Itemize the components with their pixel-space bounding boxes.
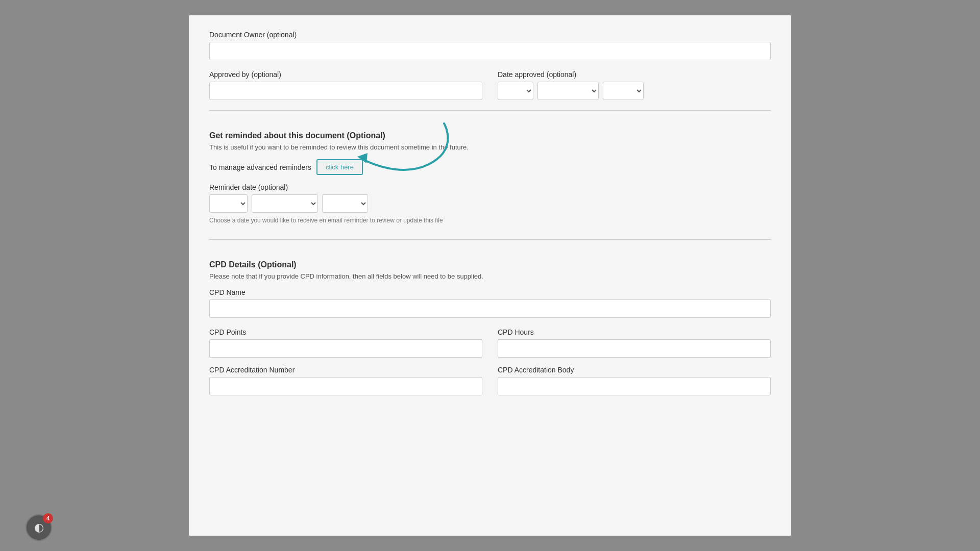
cpd-hours-group: CPD Hours xyxy=(498,328,771,358)
reminder-hint-text: Choose a date you would like to receive … xyxy=(209,217,771,224)
reminder-month-select[interactable] xyxy=(252,194,318,213)
advanced-reminder-text: To manage advanced reminders xyxy=(209,163,311,171)
cpd-name-input[interactable] xyxy=(209,299,771,318)
click-here-container: click here xyxy=(316,159,363,175)
reminder-day-select[interactable] xyxy=(209,194,248,213)
cpd-accreditation-row: CPD Accreditation Number CPD Accreditati… xyxy=(209,366,771,395)
cpd-hours-label: CPD Hours xyxy=(498,328,771,336)
approved-by-group: Approved by (optional) xyxy=(209,70,482,100)
reminder-title: Get reminded about this document (Option… xyxy=(209,131,771,140)
advanced-reminder-row: To manage advanced reminders click here xyxy=(209,159,771,175)
reminder-description: This is useful if you want to be reminde… xyxy=(209,143,771,151)
date-approved-month-select[interactable] xyxy=(537,82,599,100)
reminder-date-selects xyxy=(209,194,771,213)
date-approved-selects xyxy=(498,82,771,100)
approved-row: Approved by (optional) Date approved (op… xyxy=(209,70,771,100)
divider-1 xyxy=(209,110,771,111)
cpd-accreditation-body-label: CPD Accreditation Body xyxy=(498,366,771,374)
date-approved-group: Date approved (optional) xyxy=(498,70,771,100)
date-approved-year-select[interactable] xyxy=(603,82,644,100)
notification-circle[interactable]: ◐ 4 xyxy=(26,514,52,541)
reminder-date-group: Reminder date (optional) Choose a date y… xyxy=(209,183,771,224)
cpd-title: CPD Details (Optional) xyxy=(209,260,771,269)
cpd-accreditation-number-group: CPD Accreditation Number xyxy=(209,366,482,395)
document-owner-input[interactable] xyxy=(209,42,771,60)
form-wrapper: Document Owner (optional) Approved by (o… xyxy=(189,15,791,536)
cpd-accreditation-number-label: CPD Accreditation Number xyxy=(209,366,482,374)
reminder-year-select[interactable] xyxy=(322,194,368,213)
cpd-accreditation-body-group: CPD Accreditation Body xyxy=(498,366,771,395)
approved-by-label: Approved by (optional) xyxy=(209,70,482,79)
cpd-points-label: CPD Points xyxy=(209,328,482,336)
cpd-name-label: CPD Name xyxy=(209,288,771,296)
cpd-description: Please note that if you provide CPD info… xyxy=(209,272,771,280)
notification-badge[interactable]: ◐ 4 xyxy=(26,514,52,541)
reminder-date-label: Reminder date (optional) xyxy=(209,183,771,191)
cpd-points-input[interactable] xyxy=(209,339,482,358)
badge-count: 4 xyxy=(43,513,53,523)
divider-2 xyxy=(209,239,771,240)
cpd-accreditation-number-input[interactable] xyxy=(209,377,482,395)
document-owner-label: Document Owner (optional) xyxy=(209,31,771,39)
notification-icon: ◐ xyxy=(34,521,44,534)
cpd-hours-input[interactable] xyxy=(498,339,771,358)
date-approved-day-select[interactable] xyxy=(498,82,533,100)
cpd-name-group: CPD Name xyxy=(209,288,771,318)
cpd-accreditation-body-input[interactable] xyxy=(498,377,771,395)
cpd-section: CPD Details (Optional) Please note that … xyxy=(209,260,771,395)
approved-by-input[interactable] xyxy=(209,82,482,100)
cpd-points-group: CPD Points xyxy=(209,328,482,358)
date-approved-label: Date approved (optional) xyxy=(498,70,771,79)
reminder-section: Get reminded about this document (Option… xyxy=(209,131,771,224)
document-owner-group: Document Owner (optional) xyxy=(209,31,771,60)
click-here-button[interactable]: click here xyxy=(316,159,363,175)
page-container: Document Owner (optional) Approved by (o… xyxy=(0,0,980,551)
cpd-points-hours-row: CPD Points CPD Hours xyxy=(209,328,771,358)
